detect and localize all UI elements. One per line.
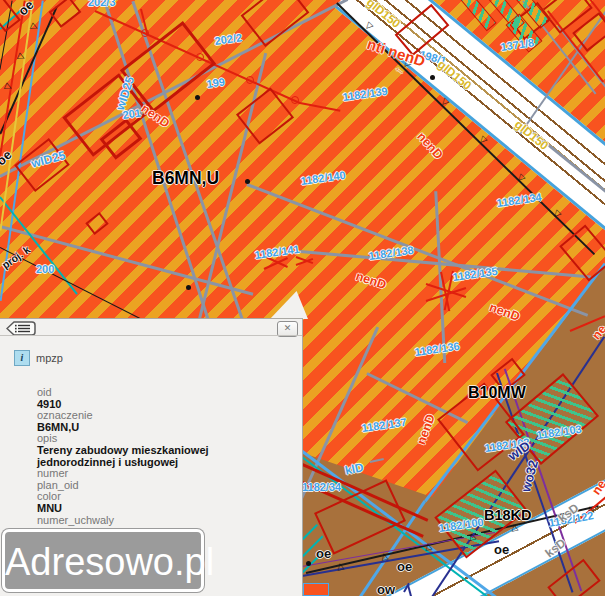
map-line: [300, 250, 591, 278]
attribute-value: Tereny zabudowy mieszkaniowej jednorodzi…: [37, 445, 289, 468]
map-label: 199: [206, 76, 226, 89]
survey-point: [186, 285, 191, 290]
map-label: 202/3: [88, 0, 116, 8]
map-label: klD: [344, 461, 365, 477]
map-label: oe: [316, 547, 331, 560]
map-label: nenD: [488, 301, 522, 323]
map-label: B10MW: [468, 385, 526, 401]
line-node: [196, 53, 204, 61]
building-outline: [85, 212, 108, 235]
map-line: [300, 102, 341, 112]
map-label: proj. k: [0, 244, 32, 271]
survey-point: [306, 561, 311, 566]
attribute-value: B6MN,U: [37, 422, 289, 434]
attribute-label: color: [37, 491, 289, 503]
line-node: [141, 29, 149, 37]
map-label: 1182/135: [452, 266, 498, 283]
attribute-label: oid: [37, 387, 289, 399]
info-icon: i: [14, 350, 30, 366]
map-label: glD150: [512, 118, 550, 152]
attribute-label: plan_oid: [37, 480, 289, 492]
building-outline: [547, 559, 600, 596]
map-label: 1182/141: [254, 244, 300, 261]
adresowo-watermark: Adresowo.pl: [2, 529, 204, 592]
map-label: ow: [377, 583, 395, 596]
boundary-tick: △: [439, 97, 450, 108]
map-label: 1182/139: [342, 86, 388, 103]
map-label: 1182/136: [414, 341, 460, 358]
map-label: nenD: [415, 130, 445, 162]
map-label: 1182/137: [361, 417, 407, 434]
layer-list-button[interactable]: [6, 321, 36, 336]
survey-point: [245, 179, 250, 184]
map-label: 1182/140: [300, 170, 346, 187]
map-label: oe: [494, 543, 509, 556]
map-label: ne: [590, 478, 605, 497]
map-label: B6MN,U: [152, 170, 219, 188]
line-node: [246, 76, 254, 84]
survey-point: [195, 95, 200, 100]
map-label: 200: [36, 264, 54, 275]
boundary-tick: △: [515, 173, 526, 184]
map-label: oe: [397, 560, 412, 573]
attribute-list: oid4910oznaczenieB6MN,UopisTereny zabudo…: [37, 387, 289, 526]
attribute-value: MNU: [37, 503, 289, 515]
attribute-label: numer: [37, 468, 289, 480]
map-label: nenD: [354, 270, 388, 292]
survey-point: [430, 75, 435, 80]
gis-viewer-window: △△△△△△△△△△△△△△△△△202/3202/2199201200198/…: [0, 0, 605, 596]
layer-name: mpzp: [36, 352, 63, 364]
map-label: 1182/34: [302, 482, 341, 493]
line-node: [291, 96, 299, 104]
popup-divider: [0, 335, 302, 336]
map-label: B18KD: [484, 508, 532, 523]
attribute-label: numer_uchwaly: [37, 515, 289, 527]
building-outline: [49, 0, 82, 28]
map-label: 202/2: [214, 32, 243, 47]
boundary-tick: △: [0, 110, 2, 120]
popup-toolbar: ✕: [0, 319, 302, 335]
map-label: glD150: [435, 58, 473, 92]
map-label: 1182/134: [496, 192, 542, 209]
building-outline: [303, 583, 329, 596]
map-line: [370, 458, 384, 463]
boundary-tick: △: [477, 135, 488, 146]
map-label: nenD: [415, 413, 437, 447]
boundary-tick: △: [551, 209, 562, 220]
boundary-tick: △: [363, 21, 374, 32]
